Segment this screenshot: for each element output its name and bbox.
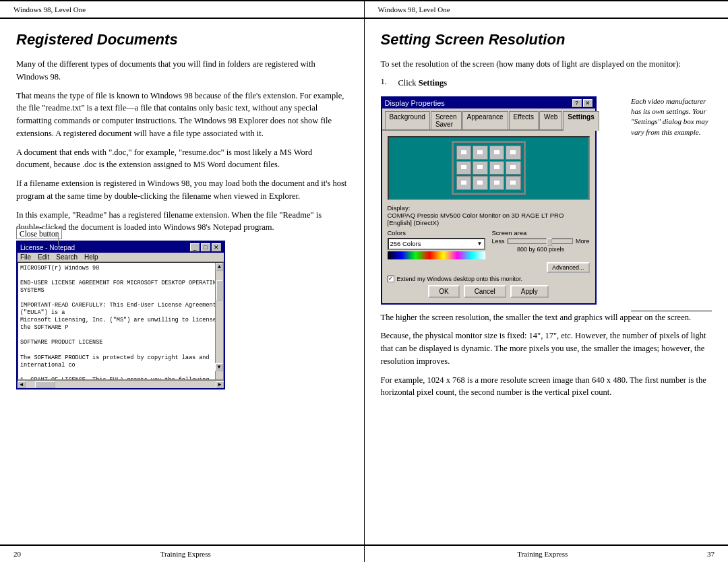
color-bar bbox=[388, 251, 485, 259]
monitor-icon-11 bbox=[489, 176, 505, 190]
notepad-hscrollbar-thumb[interactable] bbox=[35, 381, 55, 388]
monitor-icon-4 bbox=[506, 146, 521, 160]
left-footer: 20 Training Express bbox=[0, 544, 364, 562]
notepad-menu-file[interactable]: File bbox=[20, 253, 31, 261]
dialog-tabs: Background Screen Saver Appearance Effec… bbox=[382, 108, 595, 131]
dialog-slider-more: More bbox=[576, 238, 590, 245]
step-1-text: Click Settings bbox=[398, 77, 448, 90]
monitor-icon-10 bbox=[473, 176, 488, 190]
left-header: Windows 98, Level One bbox=[0, 0, 364, 19]
select-dropdown-icon: ▼ bbox=[477, 241, 483, 247]
left-para-5: In this example, "Readme" has a register… bbox=[16, 209, 348, 235]
dialog-tab-web[interactable]: Web bbox=[539, 111, 562, 129]
left-page-title: Registered Documents bbox=[16, 31, 348, 49]
right-header: Windows 98, Level One bbox=[365, 0, 729, 19]
notepad-line-6: Microsoft Licensing, Inc. ("MS") are unw… bbox=[20, 317, 221, 332]
notepad-content: MICROSOFT(r) Windows 98 END-USER LICENSE… bbox=[18, 262, 224, 380]
right-page: Windows 98, Level One Setting Screen Res… bbox=[365, 0, 729, 562]
monitor-screen-inner bbox=[454, 143, 524, 193]
step-1-click: Click bbox=[398, 78, 417, 88]
right-para-1: The higher the screen resolution, the sm… bbox=[381, 311, 712, 324]
notepad-line-8: SOFTWARE PRODUCT LICENSE bbox=[20, 339, 221, 346]
notepad-titlebar: License - Notepad _ □ ✕ bbox=[18, 242, 224, 253]
left-para-3: A document that ends with ".doc," for ex… bbox=[16, 146, 348, 172]
notepad-line-5: IMPORTANT-READ CAREFULLY: This End-User … bbox=[20, 302, 221, 317]
notepad-scrollbar[interactable]: ▲ ▼ bbox=[215, 263, 223, 379]
dialog-tab-effects[interactable]: Effects bbox=[509, 111, 539, 129]
dialog-help-button[interactable]: ? bbox=[572, 99, 582, 107]
notepad-line-7 bbox=[20, 332, 221, 339]
dialog-pixels: 800 by 600 pixels bbox=[492, 246, 590, 253]
notepad-menubar: File Edit Search Help bbox=[18, 253, 224, 262]
notepad-scrollbar-thumb[interactable] bbox=[216, 280, 222, 301]
notepad-menu-search[interactable]: Search bbox=[56, 253, 78, 261]
notepad-maximize-button[interactable]: □ bbox=[201, 243, 210, 251]
dialog-slider-row: Less More bbox=[492, 238, 590, 245]
dialog-tab-background[interactable]: Background bbox=[385, 111, 430, 129]
notepad-minimize-button[interactable]: _ bbox=[190, 243, 200, 251]
close-button-line bbox=[58, 234, 59, 245]
monitor-icon-7 bbox=[489, 161, 505, 175]
notepad-window: License - Notepad _ □ ✕ File Edit Search… bbox=[16, 241, 225, 389]
left-footer-num: 20 bbox=[13, 550, 21, 558]
notepad-line-2 bbox=[20, 272, 221, 280]
monitor-icon-8 bbox=[506, 161, 521, 175]
left-header-text: Windows 98, Level One bbox=[13, 5, 86, 13]
right-header-text: Windows 98, Level One bbox=[378, 5, 450, 13]
close-button-label: Close button bbox=[16, 228, 62, 239]
dialog-tab-appearance[interactable]: Appearance bbox=[462, 111, 508, 129]
annotation-text: Each video manufacturer has its own sett… bbox=[631, 97, 708, 136]
left-page: Windows 98, Level One Registered Documen… bbox=[0, 0, 365, 562]
dialog-screenarea-col: Screen area Less More 800 by 600 pixels bbox=[492, 229, 590, 259]
dialog-titlebar-buttons: ? ✕ bbox=[572, 99, 593, 107]
dialog-checkbox-text: Extend my Windows desktop onto this moni… bbox=[397, 276, 523, 282]
step-1-bold: Settings bbox=[419, 78, 447, 88]
dialog-checkbox-row: ✓ Extend my Windows desktop onto this mo… bbox=[388, 276, 590, 282]
left-para-1: Many of the different types of documents… bbox=[16, 58, 348, 84]
dialog-colors-value: 256 Colors bbox=[390, 240, 421, 247]
notepad-menu-help[interactable]: Help bbox=[84, 253, 98, 261]
notepad-line-11 bbox=[20, 369, 221, 377]
left-para-2: That means the type of file is known to … bbox=[16, 90, 348, 140]
dialog-close-button[interactable]: ✕ bbox=[583, 99, 593, 107]
dialog-advanced-button[interactable]: Advanced... bbox=[547, 262, 590, 273]
dialog-slider[interactable] bbox=[508, 239, 573, 244]
dialog-section: Display Properties ? ✕ Background Screen… bbox=[381, 96, 625, 311]
dialog-tab-settings[interactable]: Settings bbox=[563, 111, 599, 131]
dialog-checkbox[interactable]: ✓ bbox=[388, 276, 394, 282]
right-footer-num: 37 bbox=[707, 550, 715, 558]
right-content: Display Properties ? ✕ Background Screen… bbox=[381, 96, 712, 311]
notepad-container: Close button License - Notepad _ □ ✕ Fil… bbox=[16, 241, 348, 389]
dialog-apply-button[interactable]: Apply bbox=[510, 285, 549, 298]
dialog-button-row: OK Cancel Apply bbox=[388, 285, 590, 298]
dialog-colors-label: Colors bbox=[388, 229, 485, 237]
monitor-icon-1 bbox=[456, 146, 472, 160]
monitor-icon-2 bbox=[473, 146, 488, 160]
dialog-cancel-button[interactable]: Cancel bbox=[464, 285, 506, 298]
dialog-tab-screensaver[interactable]: Screen Saver bbox=[431, 111, 462, 129]
display-dialog: Display Properties ? ✕ Background Screen… bbox=[381, 96, 597, 305]
step-list: 1. Click Settings bbox=[381, 77, 712, 90]
notepad-hscrollbar[interactable]: ◄ ► bbox=[18, 380, 224, 388]
notepad-line-3: END-USER LICENSE AGREEMENT FOR MICROSOFT… bbox=[20, 280, 221, 294]
right-page-title: Setting Screen Resolution bbox=[381, 31, 712, 49]
notepad-line-10: The SOFTWARE PRODUCT is protected by cop… bbox=[20, 354, 221, 369]
right-footer: Training Express 37 bbox=[365, 544, 729, 562]
right-intro: To set the resolution of the screen (how… bbox=[381, 58, 712, 71]
step-1: 1. Click Settings bbox=[381, 77, 712, 90]
right-para-3: For example, 1024 x 768 is a more resolu… bbox=[381, 374, 712, 400]
notepad-close-button[interactable]: ✕ bbox=[212, 243, 221, 251]
dialog-title: Display Properties bbox=[385, 99, 445, 107]
notepad-menu-edit[interactable]: Edit bbox=[38, 253, 49, 261]
monitor-icon-12 bbox=[506, 176, 521, 190]
notepad-body: MICROSOFT(r) Windows 98 END-USER LICENSE… bbox=[18, 262, 224, 380]
dialog-ok-button[interactable]: OK bbox=[428, 285, 459, 298]
dialog-display-info: Display: COMPAQ Pressio MV500 Color Moni… bbox=[388, 204, 590, 226]
monitor-icon-3 bbox=[489, 146, 505, 160]
notepad-line-4 bbox=[20, 294, 221, 302]
dialog-screenarea-label: Screen area bbox=[492, 229, 590, 237]
monitor-icon-6 bbox=[473, 161, 488, 175]
dialog-colors-select[interactable]: 256 Colors ▼ bbox=[388, 238, 485, 250]
notepad-line-1: MICROSOFT(r) Windows 98 bbox=[20, 265, 221, 272]
notepad-line-9 bbox=[20, 347, 221, 354]
